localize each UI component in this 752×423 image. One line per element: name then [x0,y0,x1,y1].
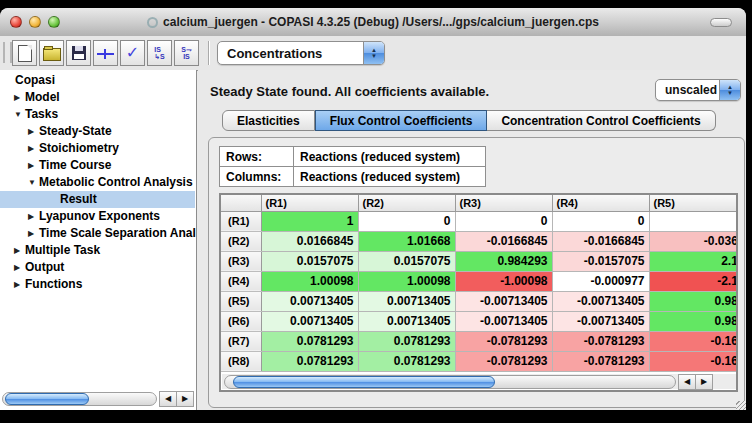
coefficient-cell[interactable]: -0.0781293 [455,331,552,351]
sidebar-item-steady-state[interactable]: ▶Steady-State [0,123,195,140]
title-bar[interactable]: calcium_juergen - COPASI 4.3.25 (Debug) … [0,8,746,37]
tree-collapsed-arrow-icon[interactable]: ▶ [28,157,39,174]
sidebar-item-tasks[interactable]: ▼Tasks [0,106,195,123]
row-header: (R2) [221,231,261,251]
row-header: (R1) [221,211,261,231]
toolbar-toggle-pill-button[interactable] [710,18,732,27]
coefficient-cell[interactable]: 0.00713405 [261,311,358,331]
sidebar-item-label: Time Scale Separation Anal [39,225,196,242]
tree-collapsed-arrow-icon[interactable]: ▶ [14,242,25,259]
columns-label: Columns: [220,167,294,187]
coefficient-cell[interactable]: -0.00713405 [455,291,552,311]
coefficient-cell[interactable]: 1.00098 [358,271,455,291]
scrollbar-thumb[interactable] [233,376,495,388]
check-model-button[interactable]: ✓ [120,40,145,66]
sidebar-item-result[interactable]: Result [0,191,195,208]
tree-collapsed-arrow-icon[interactable]: ▶ [28,140,39,157]
coefficient-cell[interactable]: -0.000977 [552,271,649,291]
coefficient-cell[interactable]: -0.0781293 [552,331,649,351]
save-file-button[interactable] [66,40,91,66]
slider-tool-button[interactable] [93,40,118,66]
scrollbar-track[interactable] [2,392,157,406]
coefficient-cell[interactable]: 0 [455,211,552,231]
scroll-right-arrow-icon[interactable]: ▶ [177,391,194,407]
copasi-logo-icon [147,17,158,28]
toolbar-drag-handle[interactable] [3,42,12,63]
coefficient-cell[interactable]: 1.00098 [261,271,358,291]
window-resize-grip-icon[interactable] [736,401,746,410]
coefficient-cell[interactable]: 0.00713405 [261,291,358,311]
coefficient-cell[interactable]: -0.00713405 [552,291,649,311]
coefficient-cell[interactable]: 2.14 [649,251,738,271]
column-header: (R1) [261,195,358,211]
scroll-left-arrow-icon[interactable]: ◀ [159,391,177,407]
scroll-right-arrow-icon[interactable]: ▶ [696,374,713,390]
coefficient-cell[interactable]: 0.984 [649,291,738,311]
concentrations-dropdown[interactable]: Concentrations ▲▼ [217,41,385,65]
coefficient-cell[interactable]: 0.0781293 [358,351,455,371]
sidebar-item-time-course[interactable]: ▶Time Course [0,157,195,174]
s-to-is-button[interactable]: S⇁ IS [174,40,199,66]
tab-flux-control-coefficients[interactable]: Flux Control Coefficients [315,110,488,131]
sidebar-item-model[interactable]: ▶Model [0,89,195,106]
new-file-button[interactable] [12,40,37,66]
tree-collapsed-arrow-icon[interactable]: ▶ [28,208,39,225]
is-to-s-button[interactable]: IS ↳S [147,40,172,66]
tree-collapsed-arrow-icon[interactable]: ▶ [14,276,25,293]
coefficient-cell[interactable]: -1.00098 [455,271,552,291]
coefficient-cell[interactable]: 1 [261,211,358,231]
scrollbar-track[interactable] [224,375,676,389]
tree-expanded-arrow-icon[interactable]: ▼ [28,174,39,191]
scale-dropdown[interactable]: unscaled ▲▼ [655,79,741,101]
scroll-left-arrow-icon[interactable]: ◀ [678,374,696,390]
coefficient-cell[interactable]: 0.00713405 [358,311,455,331]
sidebar-item-label: Functions [25,276,82,293]
coefficient-cell[interactable]: -0.0781293 [552,351,649,371]
sidebar-item-multiple-task[interactable]: ▶Multiple Task [0,242,195,259]
coefficient-cell[interactable]: -0.00713405 [552,311,649,331]
tree-collapsed-arrow-icon[interactable]: ▶ [14,259,25,276]
coefficient-cell[interactable]: -0.0781293 [455,351,552,371]
tree-collapsed-arrow-icon[interactable]: ▶ [14,89,25,106]
coefficient-cell[interactable]: 1.01668 [358,231,455,251]
coefficient-cell[interactable]: 0.00713405 [358,291,455,311]
sidebar-item-lyapunov-exponents[interactable]: ▶Lyapunov Exponents [0,208,195,225]
coefficient-cell[interactable]: -0.0157075 [552,251,649,271]
sidebar-item-functions[interactable]: ▶Functions [0,276,195,293]
scrollbar-thumb[interactable] [5,393,89,405]
sidebar-item-metabolic-control-analysis[interactable]: ▼Metabolic Control Analysis [0,174,195,191]
sidebar-item-stoichiometry[interactable]: ▶Stoichiometry [0,140,195,157]
coefficient-cell[interactable]: -0.0362 [649,231,738,251]
coefficient-cell[interactable]: -0.0166845 [455,231,552,251]
tree-collapsed-arrow-icon[interactable]: ▶ [28,225,39,242]
coefficient-cell[interactable]: 0.0781293 [358,331,455,351]
sidebar-item-output[interactable]: ▶Output [0,259,195,276]
tab-concentration-control-coefficients[interactable]: Concentration Control Coefficients [487,110,715,131]
coefficient-cell[interactable]: 0.0781293 [261,331,358,351]
coefficient-cell[interactable]: 0.0157075 [358,251,455,271]
sidebar-horizontal-scrollbar[interactable]: ◀ ▶ [2,391,194,406]
table-horizontal-scrollbar[interactable]: ◀ ▶ [222,374,737,389]
coefficient-cell[interactable]: 0 [552,211,649,231]
result-panel: Steady State found. All coefficients ava… [198,70,746,410]
coefficient-cell[interactable]: 0.984 [649,311,738,331]
tree-collapsed-arrow-icon[interactable]: ▶ [28,123,39,140]
tab-elasticities[interactable]: Elasticities [222,110,315,131]
coefficient-cell[interactable]: 0.0157075 [261,251,358,271]
tree-expanded-arrow-icon[interactable]: ▼ [14,106,25,123]
coefficient-cell[interactable]: -0.0166845 [552,231,649,251]
coefficient-cell[interactable]: 0.0166845 [261,231,358,251]
coefficient-cell[interactable]: 0.984293 [455,251,552,271]
column-header: (R3) [455,195,552,211]
new-document-icon [18,45,32,62]
coefficient-cell[interactable]: -2.17 [649,271,738,291]
coefficient-cell[interactable]: 0.0781293 [261,351,358,371]
sidebar-item-time-scale-separation-anal[interactable]: ▶Time Scale Separation Anal [0,225,195,242]
coefficient-cell[interactable]: -0.00713405 [455,311,552,331]
coefficient-cell[interactable] [649,211,738,231]
coefficient-cell[interactable]: 0 [358,211,455,231]
coefficient-cell[interactable]: -0.169 [649,331,738,351]
coefficient-cell[interactable]: -0.169 [649,351,738,371]
sidebar-item-copasi[interactable]: Copasi [0,72,195,89]
open-file-button[interactable] [39,40,64,66]
